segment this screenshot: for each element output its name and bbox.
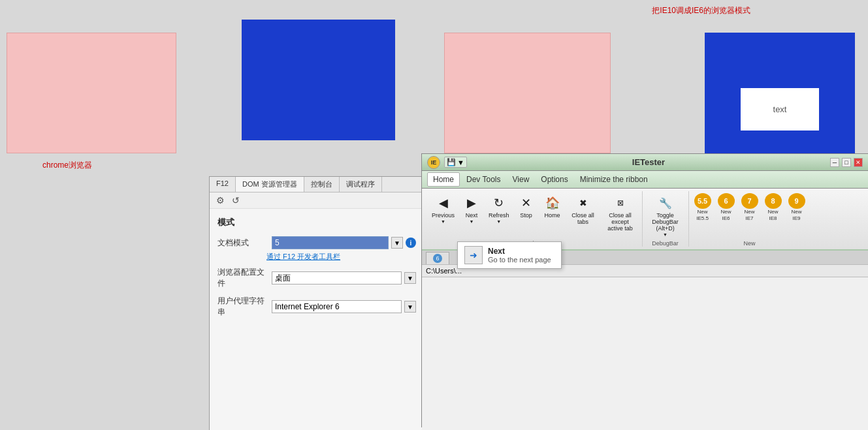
close-all-icon: ✖ bbox=[574, 194, 592, 212]
next-tooltip: ➜ Next Go to the next page bbox=[457, 241, 562, 269]
ie55-icon: 5.5 bbox=[694, 193, 711, 209]
doc-mode-arrow[interactable]: ▼ bbox=[391, 237, 403, 249]
previous-icon: ◀ bbox=[434, 194, 453, 212]
settings-icon[interactable]: ⚙ bbox=[215, 195, 225, 206]
new-ie7-button[interactable]: 7 NewIE7 bbox=[739, 191, 761, 223]
next-tooltip-desc: Go to the next page bbox=[488, 256, 551, 264]
close-except-label: Close all except active tab bbox=[605, 213, 636, 232]
debugbar-group-label: DebugBar bbox=[652, 240, 679, 247]
devtools-tab-console[interactable]: 控制台 bbox=[304, 177, 340, 192]
new-ie8-button[interactable]: 8 NewIE8 bbox=[762, 191, 784, 223]
user-agent-label: 用户代理字符串 bbox=[217, 296, 266, 318]
browser-config-select-wrapper: 桌面 移动 ▼ bbox=[272, 271, 416, 284]
save-icon: 💾 bbox=[447, 158, 456, 166]
devtools-section-title: 模式 bbox=[217, 217, 416, 228]
doc-mode-info[interactable]: i bbox=[406, 238, 416, 248]
home-label: Home bbox=[545, 213, 560, 219]
new-ie9-button[interactable]: 9 NewIE9 bbox=[786, 191, 808, 223]
ie9-label: NewIE9 bbox=[792, 209, 802, 221]
doc-mode-label: 文档模式 bbox=[217, 238, 266, 249]
browser-config-arrow[interactable]: ▼ bbox=[404, 272, 416, 284]
dropdown-arrow: ▼ bbox=[457, 159, 464, 166]
ie9-icon: 9 bbox=[788, 193, 805, 209]
bg-blue-box1: text bbox=[242, 20, 395, 140]
ie7-label: NewIE7 bbox=[745, 209, 755, 221]
doc-mode-select[interactable]: 5 7 8 9 10 bbox=[272, 236, 389, 249]
navigate-buttons: ◀ Previous ▼ ▶ Next ▼ ↻ Refresh ▼ ✕ Stop bbox=[428, 191, 639, 239]
ietester-titlebar: IE 💾 ▼ IETester ─ □ ✕ bbox=[422, 154, 868, 171]
close-all-except-button[interactable]: ⊠ Close all except active tab bbox=[602, 191, 639, 234]
logo-text: IE bbox=[431, 159, 437, 166]
devtools-tabs: F12 DOM 资源管理器 控制台 调试程序 bbox=[210, 177, 424, 192]
new-ie-group: 5.5 NewIE5.5 6 NewIE6 7 NewIE7 8 NewIE8 … bbox=[689, 191, 811, 247]
close-all-label: Close all tabs bbox=[570, 213, 597, 226]
doc-mode-link[interactable]: 通过 F12 开发者工具栏 bbox=[266, 252, 416, 262]
address-text: C:\Users\... bbox=[426, 267, 462, 275]
doc-mode-row: 文档模式 5 7 8 9 10 ▼ i bbox=[217, 236, 416, 249]
doc-mode-select-wrapper: 5 7 8 9 10 ▼ i bbox=[272, 236, 416, 249]
menu-minimize[interactable]: Minimize the ribbon bbox=[575, 173, 653, 186]
devtools-tab-dom[interactable]: DOM 资源管理器 bbox=[236, 177, 304, 192]
debugbar-group: 🔧 Toggle DebugBar (Alt+D) ▼ DebugBar bbox=[643, 191, 689, 247]
maximize-button[interactable]: □ bbox=[842, 158, 851, 167]
close-all-tabs-button[interactable]: ✖ Close all tabs bbox=[566, 191, 600, 228]
user-agent-row: 用户代理字符串 Internet Explorer 6 Internet Exp… bbox=[217, 296, 416, 318]
user-agent-arrow[interactable]: ▼ bbox=[404, 301, 416, 313]
annotation-top-right: 把IE10调成IE6的浏览器模式 bbox=[652, 5, 750, 16]
ie6-label: NewIE6 bbox=[721, 209, 731, 221]
refresh-label: Refresh bbox=[489, 213, 509, 219]
user-agent-select[interactable]: Internet Explorer 6 Internet Explorer 7 … bbox=[272, 300, 402, 313]
previous-button[interactable]: ◀ Previous ▼ bbox=[428, 191, 458, 226]
navigate-group: ◀ Previous ▼ ▶ Next ▼ ↻ Refresh ▼ ✕ Stop bbox=[426, 191, 643, 247]
user-agent-select-wrapper: Internet Explorer 6 Internet Explorer 7 … bbox=[272, 300, 416, 313]
ie-tab-num: 6 bbox=[433, 254, 442, 263]
stop-button[interactable]: ✕ Stop bbox=[514, 191, 539, 221]
ie55-label: NewIE5.5 bbox=[696, 209, 709, 221]
menu-view[interactable]: View bbox=[507, 173, 535, 186]
ie8-label: NewIE8 bbox=[768, 209, 779, 221]
ietester-content bbox=[422, 277, 868, 430]
devtools-panel: F12 DOM 资源管理器 控制台 调试程序 ⚙ ↺ 模式 文档模式 5 7 8… bbox=[209, 176, 425, 430]
toggle-debugbar-button[interactable]: 🔧 Toggle DebugBar (Alt+D) ▼ bbox=[645, 191, 686, 239]
debugbar-buttons: 🔧 Toggle DebugBar (Alt+D) ▼ bbox=[645, 191, 686, 239]
chrome-label: chrome浏览器 bbox=[42, 160, 92, 171]
menu-home[interactable]: Home bbox=[427, 172, 460, 187]
new-group-label: New bbox=[744, 240, 756, 247]
stop-label: Stop bbox=[520, 213, 532, 219]
new-ie55-button[interactable]: 5.5 NewIE5.5 bbox=[692, 191, 714, 223]
devtools-tab-f12[interactable]: F12 bbox=[210, 177, 236, 192]
next-button[interactable]: ▶ Next ▼ bbox=[459, 191, 484, 226]
ie-tab-6[interactable]: 6 bbox=[426, 252, 449, 264]
ribbon-menu: Home Dev Tools View Options Minimize the… bbox=[422, 171, 868, 189]
previous-dropdown: ▼ bbox=[441, 219, 445, 224]
menu-devtools[interactable]: Dev Tools bbox=[461, 173, 506, 186]
ietester-window: IE 💾 ▼ IETester ─ □ ✕ Home Dev Tools Vie… bbox=[421, 153, 868, 427]
debugbar-label: Toggle DebugBar (Alt+D) bbox=[649, 213, 683, 232]
new-ie6-button[interactable]: 6 NewIE6 bbox=[715, 191, 737, 223]
devtools-tab-debug[interactable]: 调试程序 bbox=[340, 177, 382, 192]
next-icon: ▶ bbox=[462, 194, 481, 212]
home-icon: 🏠 bbox=[543, 194, 562, 212]
refresh-icon: ↻ bbox=[490, 194, 508, 212]
new-ie-buttons: 5.5 NewIE5.5 6 NewIE6 7 NewIE7 8 NewIE8 … bbox=[692, 191, 808, 239]
close-button[interactable]: ✕ bbox=[854, 158, 863, 167]
next-tooltip-icon: ➜ bbox=[464, 246, 483, 264]
browser-config-row: 浏览器配置文件 桌面 移动 ▼ bbox=[217, 267, 416, 289]
bg-blue-box2-text: text bbox=[741, 88, 819, 131]
menu-options[interactable]: Options bbox=[536, 173, 573, 186]
debugbar-dropdown: ▼ bbox=[663, 232, 667, 237]
window-controls: ─ □ ✕ bbox=[830, 158, 863, 167]
stop-icon: ✕ bbox=[517, 194, 536, 212]
devtools-toolbar: ⚙ ↺ bbox=[210, 192, 424, 209]
ietester-logo-icon: IE bbox=[427, 156, 440, 169]
close-except-icon: ⊠ bbox=[611, 194, 630, 212]
previous-label: Previous bbox=[432, 213, 455, 219]
devtools-content: 模式 文档模式 5 7 8 9 10 ▼ i 通过 F12 开发者工具栏 浏览器… bbox=[210, 209, 424, 332]
browser-config-select[interactable]: 桌面 移动 bbox=[272, 271, 402, 284]
next-tooltip-title: Next bbox=[488, 247, 551, 256]
refresh-icon[interactable]: ↺ bbox=[231, 195, 241, 206]
refresh-button[interactable]: ↻ Refresh ▼ bbox=[485, 191, 513, 226]
bg-pink-box2 bbox=[444, 33, 611, 153]
minimize-button[interactable]: ─ bbox=[830, 158, 839, 167]
home-button[interactable]: 🏠 Home bbox=[540, 191, 565, 221]
